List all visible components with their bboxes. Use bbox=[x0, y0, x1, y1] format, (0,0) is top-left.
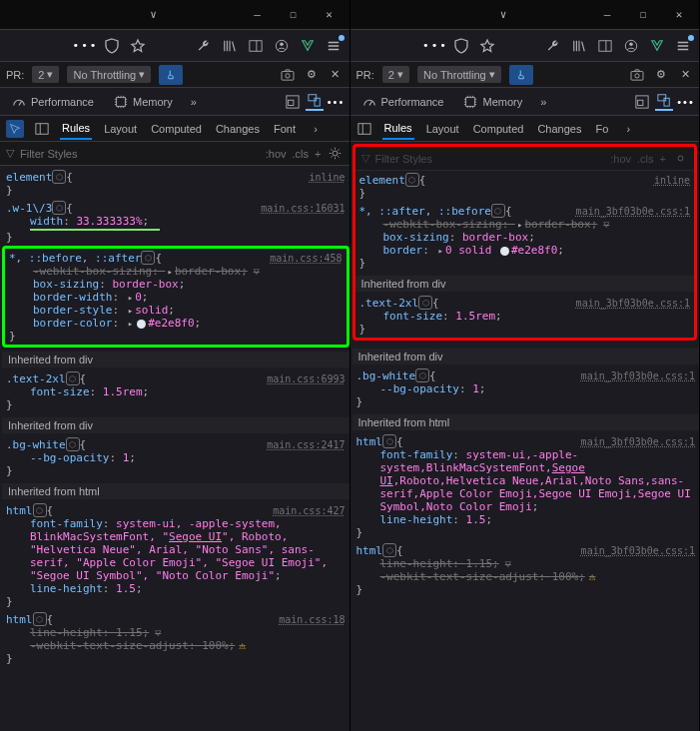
close-icon[interactable]: ✕ bbox=[316, 5, 344, 25]
tab-memory[interactable]: Memory bbox=[106, 91, 181, 113]
color-swatch[interactable] bbox=[500, 247, 509, 256]
tab-performance[interactable]: Performance bbox=[354, 91, 452, 113]
dpr-select[interactable]: 2▾ bbox=[32, 66, 59, 83]
color-swatch[interactable] bbox=[137, 320, 146, 329]
rule-universal-highlighted[interactable]: *, ::before, ::after ⬡ {main.css:458 -we… bbox=[2, 246, 350, 348]
rdm-toggle-icon[interactable] bbox=[306, 93, 324, 111]
subtab-computed[interactable]: Computed bbox=[149, 119, 204, 139]
warning-icon[interactable]: ⚠ bbox=[589, 570, 596, 583]
picker-icon[interactable] bbox=[6, 120, 24, 138]
account-icon[interactable] bbox=[274, 38, 290, 54]
account-icon[interactable] bbox=[623, 38, 639, 54]
cls-toggle[interactable]: .cls bbox=[637, 153, 654, 165]
devtools-pane-left: ∨ — ☐ ✕ ••• PR: 2▾ No Throttling▾ ⚙ ✕ Pe… bbox=[0, 0, 350, 731]
star-icon[interactable] bbox=[130, 38, 146, 54]
maximize-icon[interactable]: ☐ bbox=[280, 5, 308, 25]
settings-icon[interactable]: ⚙ bbox=[653, 67, 669, 83]
more-icon[interactable]: ••• bbox=[427, 38, 443, 54]
overflow-icon[interactable]: » bbox=[185, 93, 203, 111]
wrench-icon[interactable] bbox=[545, 38, 561, 54]
rule-html2[interactable]: html ⬡ {main.css:18 line-height: 1.15;▽ … bbox=[2, 610, 350, 667]
touch-icon[interactable] bbox=[509, 65, 533, 85]
funnel-icon[interactable]: ▽ bbox=[254, 266, 260, 277]
filter-input[interactable] bbox=[20, 148, 260, 160]
hov-toggle[interactable]: :hov bbox=[266, 148, 287, 160]
minimize-icon[interactable]: — bbox=[244, 5, 272, 25]
library-icon[interactable] bbox=[571, 38, 587, 54]
star-icon[interactable] bbox=[479, 38, 495, 54]
throttling-select[interactable]: No Throttling▾ bbox=[417, 66, 501, 83]
throttling-select[interactable]: No Throttling▾ bbox=[67, 66, 151, 83]
maximize-icon[interactable]: ☐ bbox=[629, 5, 657, 25]
rules-content[interactable]: element ⬡ {inline } .w-1\/3 ⬡ {main.css:… bbox=[0, 166, 350, 731]
subtab-rules[interactable]: Rules bbox=[382, 118, 414, 140]
shield-icon[interactable] bbox=[453, 38, 469, 54]
rule-bgwhite[interactable]: .bg-white ⬡ {main_3bf03b0e.css:1 --bg-op… bbox=[352, 366, 700, 410]
rule-html1[interactable]: html ⬡ {main_3bf03b0e.css:1 font-family:… bbox=[352, 432, 700, 541]
light-icon[interactable] bbox=[328, 146, 344, 162]
library-icon[interactable] bbox=[222, 38, 238, 54]
subtab-fonts[interactable]: Font bbox=[272, 119, 298, 139]
subtab-fonts[interactable]: Fo bbox=[593, 119, 610, 139]
subtab-rules[interactable]: Rules bbox=[60, 118, 92, 140]
svg-rect-0 bbox=[249, 40, 261, 51]
menu-icon[interactable] bbox=[326, 38, 342, 54]
cls-toggle[interactable]: .cls bbox=[293, 148, 310, 160]
rule-html2[interactable]: html ⬡ {main_3bf03b0e.css:1 line-height:… bbox=[352, 541, 700, 598]
rule-element[interactable]: element ⬡ {inline } bbox=[355, 171, 695, 202]
kebab-icon[interactable]: ••• bbox=[328, 93, 346, 111]
dpr-select[interactable]: 2▾ bbox=[382, 66, 409, 83]
tab-memory[interactable]: Memory bbox=[455, 91, 530, 113]
rule-text2xl[interactable]: .text-2xl ⬡ {main.css:6993 font-size: 1.… bbox=[2, 369, 350, 413]
rdm-toggle-icon[interactable] bbox=[655, 93, 673, 111]
chev-right-icon[interactable]: › bbox=[308, 121, 324, 137]
rule-element[interactable]: element ⬡ {inline } bbox=[2, 168, 350, 199]
hov-toggle[interactable]: :hov bbox=[610, 153, 631, 165]
kebab-icon[interactable]: ••• bbox=[677, 93, 695, 111]
close-rdm-icon[interactable]: ✕ bbox=[328, 67, 344, 83]
rule-bgwhite[interactable]: .bg-white ⬡ {main.css:2417 --bg-opacity:… bbox=[2, 435, 350, 479]
split-icon[interactable] bbox=[356, 121, 372, 137]
add-rule-icon[interactable]: + bbox=[660, 153, 666, 165]
add-rule-icon[interactable]: + bbox=[315, 148, 321, 160]
titlebar: ∨ — ☐ ✕ bbox=[0, 0, 350, 30]
iframe-select-icon[interactable] bbox=[633, 93, 651, 111]
close-icon[interactable]: ✕ bbox=[665, 5, 693, 25]
minimize-icon[interactable]: — bbox=[593, 5, 621, 25]
vue-icon[interactable] bbox=[300, 38, 316, 54]
close-rdm-icon[interactable]: ✕ bbox=[677, 67, 693, 83]
caret-down-icon[interactable]: ∨ bbox=[140, 5, 168, 25]
warning-icon[interactable]: ⚠ bbox=[239, 639, 246, 652]
subtab-computed[interactable]: Computed bbox=[471, 119, 526, 139]
subtab-layout[interactable]: Layout bbox=[102, 119, 139, 139]
funnel-icon: ▽ bbox=[361, 152, 369, 165]
screenshot-icon[interactable] bbox=[629, 67, 645, 83]
overflow-icon[interactable]: » bbox=[534, 93, 552, 111]
iframe-select-icon[interactable] bbox=[284, 93, 302, 111]
settings-icon[interactable]: ⚙ bbox=[304, 67, 320, 83]
screenshot-icon[interactable] bbox=[280, 67, 296, 83]
shield-icon[interactable] bbox=[104, 38, 120, 54]
rule-universal[interactable]: *, ::after, ::before ⬡ {main_3bf03b0e.cs… bbox=[355, 202, 695, 272]
light-icon[interactable] bbox=[672, 151, 688, 167]
more-icon[interactable]: ••• bbox=[78, 38, 94, 54]
rule-html1[interactable]: html ⬡ {main.css:427 font-family: system… bbox=[2, 501, 350, 610]
chev-right-icon[interactable]: › bbox=[620, 121, 636, 137]
rule-w13[interactable]: .w-1\/3 ⬡ {main.css:16031 width: 33.3333… bbox=[2, 199, 350, 246]
touch-icon[interactable] bbox=[159, 65, 183, 85]
menu-icon[interactable] bbox=[675, 38, 691, 54]
filter-input[interactable] bbox=[375, 153, 605, 165]
split-icon[interactable] bbox=[34, 121, 50, 137]
caret-down-icon[interactable]: ∨ bbox=[489, 5, 517, 25]
tab-performance[interactable]: Performance bbox=[4, 91, 102, 113]
subtab-changes[interactable]: Changes bbox=[535, 119, 583, 139]
rules-content[interactable]: Inherited from div .bg-white ⬡ {main_3bf… bbox=[350, 343, 700, 731]
sidebar-icon[interactable] bbox=[248, 38, 264, 54]
sidebar-icon[interactable] bbox=[597, 38, 613, 54]
svg-rect-22 bbox=[638, 100, 643, 105]
rule-text2xl[interactable]: .text-2xl ⬡ {main_3bf03b0e.css:1 font-si… bbox=[355, 294, 695, 338]
wrench-icon[interactable] bbox=[196, 38, 212, 54]
subtab-changes[interactable]: Changes bbox=[214, 119, 262, 139]
vue-icon[interactable] bbox=[649, 38, 665, 54]
subtab-layout[interactable]: Layout bbox=[424, 119, 461, 139]
